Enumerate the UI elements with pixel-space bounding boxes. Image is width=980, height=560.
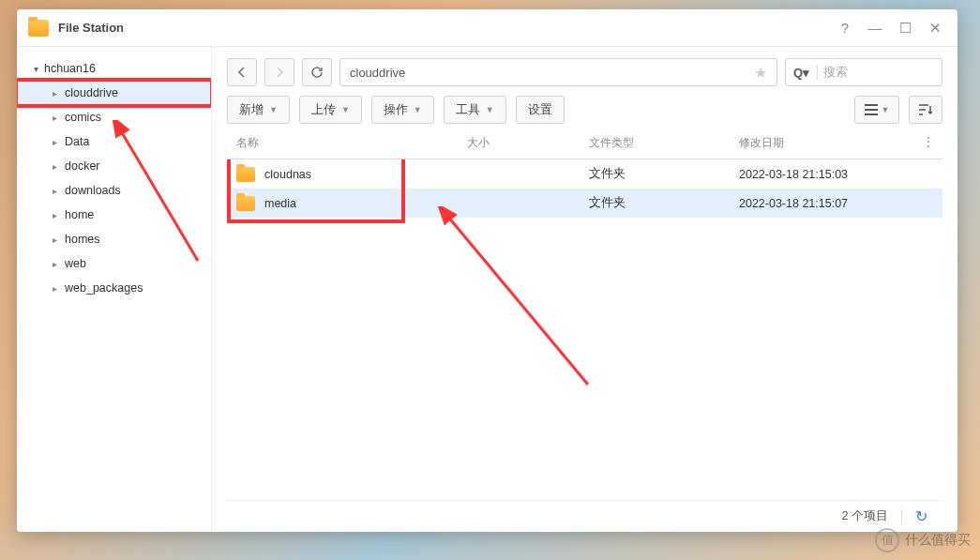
forward-button[interactable] <box>264 58 294 86</box>
search-scope-icon[interactable]: Q▾ <box>793 66 809 80</box>
window-title: File Station <box>58 21 837 35</box>
search-placeholder: 搜索 <box>823 64 848 81</box>
sidebar-item-web_packages[interactable]: web_packages <box>17 276 211 300</box>
sidebar-item-homes[interactable]: homes <box>17 227 211 251</box>
refresh-icon[interactable]: ↻ <box>915 507 927 525</box>
path-input[interactable]: clouddrive ★ <box>339 58 777 86</box>
col-header-name[interactable]: 名称 <box>227 135 467 151</box>
path-text: clouddrive <box>350 66 405 80</box>
sidebar-item-home[interactable]: home <box>17 203 211 227</box>
folder-icon <box>236 196 255 211</box>
annotation-arrow <box>438 206 597 394</box>
help-button[interactable]: ? <box>837 21 852 36</box>
sidebar-item-docker[interactable]: docker <box>17 154 211 178</box>
watermark-text: 什么值得买 <box>905 532 971 549</box>
file-name: cloudnas <box>264 168 311 181</box>
watermark: 值 什么值得买 <box>875 528 971 552</box>
upload-button[interactable]: 上传▼ <box>299 96 362 124</box>
svg-line-0 <box>447 216 588 385</box>
search-input[interactable]: Q▾ 搜索 <box>785 58 942 86</box>
minimize-button[interactable]: — <box>867 21 882 36</box>
item-count: 2 个项目 <box>842 508 888 524</box>
favorite-icon[interactable]: ★ <box>754 64 767 82</box>
tree-root[interactable]: hchuan16 <box>17 56 211 81</box>
sidebar-item-downloads[interactable]: downloads <box>17 178 211 203</box>
watermark-badge: 值 <box>875 528 899 552</box>
folder-icon <box>236 167 255 182</box>
sidebar-item-data[interactable]: Data <box>17 129 211 154</box>
action-button[interactable]: 操作▼ <box>371 96 434 124</box>
sidebar-item-comics[interactable]: comics <box>17 105 211 129</box>
col-header-type[interactable]: 文件类型 <box>589 135 739 151</box>
file-date: 2022-03-18 21:15:07 <box>739 197 914 210</box>
statusbar: 2 个项目 ↻ <box>227 500 942 532</box>
file-type: 文件夹 <box>589 195 739 211</box>
sidebar-item-clouddrive[interactable]: clouddrive <box>17 81 211 105</box>
file-station-window: File Station ? — ☐ ✕ hchuan16 clouddrive… <box>17 9 957 532</box>
maximize-button[interactable]: ☐ <box>897 21 912 36</box>
titlebar: File Station ? — ☐ ✕ <box>17 9 957 47</box>
toolbar-actions: 新增▼ 上传▼ 操作▼ 工具▼ 设置 ▼ <box>227 96 942 124</box>
sort-button[interactable] <box>909 96 942 124</box>
window-actions: ? — ☐ ✕ <box>837 21 950 36</box>
sidebar-item-web[interactable]: web <box>17 251 211 276</box>
file-type: 文件夹 <box>589 166 739 182</box>
table-row[interactable]: media文件夹2022-03-18 21:15:07 <box>227 189 942 218</box>
column-menu-icon[interactable]: ⋮ <box>914 135 942 151</box>
reload-button[interactable] <box>302 58 332 86</box>
close-button[interactable]: ✕ <box>927 21 942 36</box>
file-name: media <box>264 197 296 210</box>
toolbar-nav: clouddrive ★ Q▾ 搜索 <box>227 58 942 86</box>
tools-button[interactable]: 工具▼ <box>444 96 506 124</box>
table-row[interactable]: cloudnas文件夹2022-03-18 21:15:03 <box>227 159 942 189</box>
window-body: hchuan16 clouddrivecomicsDatadockerdownl… <box>17 47 957 532</box>
back-button[interactable] <box>227 58 257 86</box>
view-mode-button[interactable]: ▼ <box>854 96 899 124</box>
new-button[interactable]: 新增▼ <box>227 96 290 124</box>
sidebar: hchuan16 clouddrivecomicsDatadockerdownl… <box>17 47 212 532</box>
file-list: cloudnas文件夹2022-03-18 21:15:03media文件夹20… <box>227 159 942 500</box>
file-date: 2022-03-18 21:15:03 <box>739 168 914 181</box>
col-header-date[interactable]: 修改日期 <box>739 135 914 151</box>
settings-button[interactable]: 设置 <box>516 96 565 124</box>
app-icon <box>28 20 49 37</box>
main-panel: clouddrive ★ Q▾ 搜索 新增▼ 上传▼ 操作▼ 工具▼ 设置 <box>212 47 957 532</box>
col-header-size[interactable]: 大小 <box>467 135 589 151</box>
list-header: 名称 大小 文件类型 修改日期 ⋮ <box>227 128 942 159</box>
